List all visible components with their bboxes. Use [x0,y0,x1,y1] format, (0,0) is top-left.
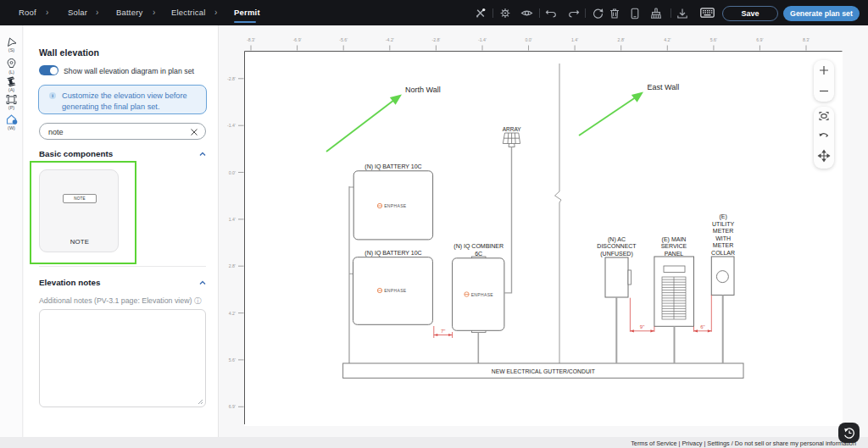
svg-text:-1.4': -1.4' [478,37,487,42]
svg-text:-2.8': -2.8' [227,76,236,81]
svg-text:7": 7" [441,329,445,334]
svg-text:East Wall: East Wall [648,83,680,91]
svg-text:4.2': 4.2' [229,311,236,316]
svg-text:METER: METER [713,228,734,234]
svg-text:8.3': 8.3' [803,37,810,42]
svg-text:0.0': 0.0' [525,37,531,42]
svg-text:North Wall: North Wall [405,86,441,94]
svg-text:1.4': 1.4' [571,37,578,42]
svg-text:COLLAR: COLLAR [711,250,735,256]
svg-text:6C: 6C [475,251,482,257]
svg-text:SERVICE: SERVICE [661,243,687,249]
svg-text:-2.8': -2.8' [431,37,440,42]
svg-text:6.9': 6.9' [756,37,763,42]
svg-text:-5.6': -5.6' [339,37,348,42]
svg-text:(N) IQ BATTERY 10C: (N) IQ BATTERY 10C [364,250,421,257]
svg-text:2.8': 2.8' [229,263,236,268]
svg-text:5.6': 5.6' [710,37,717,42]
svg-text:-4.2': -4.2' [386,37,394,42]
svg-text:UTILITY: UTILITY [712,221,734,227]
svg-text:9": 9" [640,324,644,329]
svg-text:-1.4': -1.4' [227,123,236,128]
svg-text:(UNFUSED): (UNFUSED) [600,251,633,257]
svg-text:(N) IQ BATTERY 10C: (N) IQ BATTERY 10C [364,163,421,170]
svg-text:6.9': 6.9' [229,404,236,409]
svg-text:(E): (E) [719,213,726,220]
svg-text:-8.3': -8.3' [247,37,255,42]
svg-text:(N) IQ COMBINER: (N) IQ COMBINER [453,243,504,250]
svg-text:6": 6" [700,324,704,329]
svg-text:NEW ELECTRICAL GUTTER/CONDUIT: NEW ELECTRICAL GUTTER/CONDUIT [492,368,595,374]
svg-text:PANEL: PANEL [665,251,684,257]
svg-text:(E) MAIN: (E) MAIN [662,236,687,243]
svg-text:2.8': 2.8' [618,37,625,42]
svg-text:-6.9': -6.9' [293,37,302,42]
svg-text:5.6': 5.6' [229,357,236,362]
svg-text:(N) AC: (N) AC [608,236,626,243]
svg-text:METER: METER [713,242,734,248]
svg-text:DISCONNECT: DISCONNECT [597,243,637,249]
svg-text:1.4': 1.4' [229,217,236,222]
svg-text:0.0': 0.0' [229,170,236,175]
svg-text:ARRAY: ARRAY [503,126,522,132]
svg-text:4.2': 4.2' [664,37,670,42]
svg-text:WITH: WITH [715,235,731,241]
